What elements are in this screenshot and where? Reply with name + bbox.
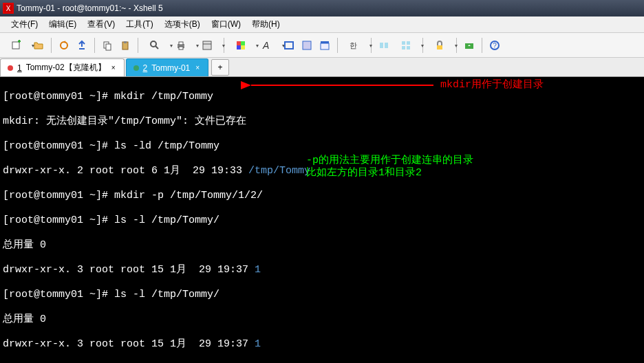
xftp-button[interactable] — [461, 37, 477, 54]
disconnect-button[interactable] — [74, 37, 90, 54]
toolbar: A 한 ? — [0, 33, 644, 58]
command-text: mkdir /tmp/Tommy — [114, 91, 213, 102]
lock-button[interactable] — [427, 37, 452, 54]
svg-rect-33 — [407, 46, 410, 50]
svg-rect-30 — [402, 41, 405, 45]
output-text: 总用量 0 — [3, 314, 46, 325]
prompt: [root@tommy01 ~]# — [3, 289, 114, 300]
menu-help[interactable]: 帮助(H) — [246, 17, 286, 32]
print-button[interactable] — [169, 37, 193, 54]
prompt: [root@tommy01 ~]# — [3, 91, 114, 102]
svg-rect-29 — [385, 43, 388, 48]
prompt: [root@tommy01 ~]# — [3, 214, 114, 226]
window-titlebar: X Tommy-01 - root@tommy01:~ - Xshell 5 — [0, 0, 644, 16]
prompt: [root@tommy01 ~]# — [3, 140, 114, 152]
svg-rect-23 — [285, 42, 293, 49]
arrow-annotation — [241, 78, 440, 92]
copy-button[interactable] — [99, 37, 116, 54]
color-scheme-button[interactable] — [228, 37, 253, 54]
svg-text:?: ? — [493, 42, 497, 50]
svg-rect-28 — [380, 43, 383, 48]
svg-point-5 — [61, 42, 67, 49]
open-button[interactable] — [30, 37, 47, 54]
toolbar-separator — [138, 38, 138, 53]
svg-rect-15 — [179, 47, 183, 50]
toolbar-separator — [94, 38, 95, 53]
output-text: drwxr-xr-x. 3 root root 15 1月 29 19:37 — [3, 338, 255, 350]
tab-tommy01[interactable]: 2 Tommy-01 × — [126, 58, 209, 76]
find-button[interactable] — [142, 37, 167, 54]
svg-rect-6 — [79, 48, 85, 50]
svg-rect-24 — [303, 41, 311, 50]
paste-button[interactable] — [117, 37, 133, 54]
command-text: ls -l /tmp/Tommy/ — [114, 289, 219, 300]
output-text: drwxr-xr-x. 3 root root 15 1月 29 19:37 — [3, 264, 255, 276]
menu-tools[interactable]: 工具(T) — [120, 17, 158, 32]
font-button[interactable]: A — [255, 37, 279, 54]
horizontal-scroll-button[interactable] — [376, 37, 392, 54]
svg-rect-2 — [12, 42, 19, 49]
window-title: Tommy-01 - root@tommy01:~ - Xshell 5 — [17, 3, 163, 13]
svg-rect-34 — [437, 45, 442, 50]
tab-close-icon[interactable]: × — [194, 64, 201, 72]
svg-rect-32 — [402, 46, 405, 50]
toolbar-separator — [337, 38, 338, 53]
fullscreen-button[interactable] — [281, 37, 297, 54]
svg-line-12 — [155, 46, 158, 49]
menu-file[interactable]: 文件(F) — [6, 17, 43, 32]
svg-rect-16 — [203, 41, 211, 50]
tab-label: Tommy-02【克隆机】 — [26, 62, 106, 74]
properties-button[interactable] — [195, 37, 219, 54]
always-top-button[interactable] — [316, 37, 333, 54]
output-text: 总用量 0 — [3, 239, 46, 251]
tab-tommy02[interactable]: 1 Tommy-02【克隆机】 × — [0, 58, 125, 76]
svg-rect-26 — [321, 41, 329, 43]
svg-rect-25 — [321, 43, 329, 50]
svg-text:X: X — [6, 5, 11, 12]
reconnect-button[interactable] — [56, 37, 72, 54]
tab-close-icon[interactable]: × — [110, 64, 117, 72]
svg-text:한: 한 — [350, 41, 357, 50]
output-text: drwxr-xr-x. 2 root root 6 1月 29 19:33 — [3, 165, 248, 177]
tile-button[interactable] — [394, 37, 418, 54]
svg-point-11 — [151, 41, 156, 47]
svg-rect-20 — [237, 45, 241, 50]
toolbar-separator — [482, 38, 482, 53]
encoding-button[interactable]: 한 — [342, 37, 367, 54]
svg-rect-10 — [124, 41, 127, 43]
svg-rect-31 — [407, 41, 410, 45]
menu-edit[interactable]: 编辑(E) — [43, 17, 82, 32]
tab-label: Tommy-01 — [151, 63, 190, 73]
svg-rect-18 — [237, 41, 241, 45]
new-session-button[interactable] — [4, 37, 29, 54]
svg-rect-19 — [241, 41, 245, 45]
svg-rect-21 — [241, 45, 245, 50]
prompt: [root@tommy01 ~]# — [3, 190, 114, 201]
menu-view[interactable]: 查看(V) — [82, 17, 120, 32]
output-text: mkdir: 无法创建目录"/tmp/Tommy": 文件已存在 — [3, 116, 246, 127]
command-text: ls -l /tmp/Tommy/ — [114, 214, 219, 226]
status-dot-disconnected — [8, 65, 13, 71]
status-dot-connected — [133, 65, 139, 71]
annotation-p-flag-1: -p的用法主要用作于创建连串的目录 — [306, 155, 473, 167]
help-button[interactable]: ? — [486, 37, 503, 54]
svg-text:A: A — [262, 40, 269, 51]
command-text: mkdir -p /tmp/Tommy/1/2/ — [114, 190, 263, 201]
tab-number: 1 — [17, 63, 22, 73]
annotation-p-flag-2: 比如左方的目录1和目录2 — [306, 167, 422, 179]
path-text: /tmp/Tommy — [248, 165, 310, 177]
app-icon: X — [3, 3, 14, 14]
svg-rect-8 — [106, 44, 111, 50]
terminal[interactable]: [root@tommy01 ~]# mkdir /tmp/Tommy mkdir… — [0, 77, 644, 363]
menu-window[interactable]: 窗口(W) — [206, 17, 246, 32]
tab-number: 2 — [143, 63, 148, 73]
tabbar: 1 Tommy-02【克隆机】 × 2 Tommy-01 × + — [0, 58, 644, 77]
toolbar-separator — [51, 38, 52, 53]
menubar: 文件(F) 编辑(E) 查看(V) 工具(T) 选项卡(B) 窗口(W) 帮助(… — [0, 16, 644, 33]
transparent-button[interactable] — [299, 37, 315, 54]
svg-rect-14 — [179, 42, 183, 45]
command-text: ls -ld /tmp/Tommy — [114, 140, 219, 152]
dir-text: 1 — [255, 264, 261, 276]
tab-add-button[interactable]: + — [211, 59, 229, 76]
menu-tab[interactable]: 选项卡(B) — [159, 17, 206, 32]
